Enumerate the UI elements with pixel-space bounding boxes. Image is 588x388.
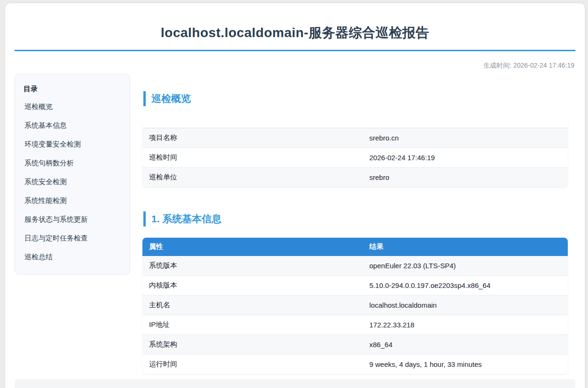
- toc-title: 目录: [24, 81, 121, 98]
- section-heading-system-info: 1. 系统基本信息: [143, 211, 568, 226]
- attribute-cell: 巡检时间: [142, 147, 363, 167]
- column-header: [142, 117, 363, 128]
- section-overview: 巡检概览 项目名称srebro.cn巡检时间2026-02-24 17:46:1…: [142, 91, 568, 187]
- next-section-cutoff-panel: [15, 379, 575, 388]
- toc-list: 巡检概览系统基本信息环境变量安全检测系统句柄数分析系统安全检测系统性能检测服务状…: [24, 98, 121, 267]
- attribute-cell: 系统架构: [142, 334, 363, 354]
- toc-item-8[interactable]: 日志与定时任务检查: [24, 229, 121, 248]
- section-system-info: 1. 系统基本信息 属性结果 系统版本openEuler 22.03 (LTS-…: [142, 211, 568, 374]
- value-cell: srebro: [363, 167, 568, 187]
- page-title: localhost.localdomain-服务器综合巡检报告: [15, 3, 575, 51]
- report-card: localhost.localdomain-服务器综合巡检报告 生成时间: 20…: [5, 3, 585, 388]
- overview-table: 项目名称srebro.cn巡检时间2026-02-24 17:46:19巡检单位…: [142, 117, 568, 187]
- attribute-cell: 项目名称: [142, 128, 363, 147]
- toc-item-7[interactable]: 服务状态与系统更新: [24, 210, 121, 229]
- table-row: 系统架构x86_64: [142, 334, 568, 354]
- table-row: 巡检单位srebro: [142, 167, 568, 187]
- overview-table-wrap: 项目名称srebro.cn巡检时间2026-02-24 17:46:19巡检单位…: [142, 117, 568, 187]
- toc-item-1[interactable]: 巡检概览: [24, 98, 121, 116]
- value-cell: 2026-02-24 17:46:19: [363, 147, 568, 167]
- value-cell: openEuler 22.03 (LTS-SP4): [363, 256, 568, 276]
- system-info-table: 属性结果 系统版本openEuler 22.03 (LTS-SP4)内核版本5.…: [142, 238, 568, 374]
- table-header-row: 属性结果: [142, 238, 568, 256]
- table-row: IP地址172.22.33.218: [142, 315, 568, 334]
- table-row: 系统版本openEuler 22.03 (LTS-SP4): [142, 256, 568, 276]
- table-of-contents: 目录 巡检概览系统基本信息环境变量安全检测系统句柄数分析系统安全检测系统性能检测…: [15, 74, 130, 275]
- value-cell: 172.22.33.218: [363, 315, 568, 334]
- attribute-cell: IP地址: [142, 315, 363, 334]
- attribute-cell: 主机名: [142, 295, 363, 315]
- section-heading-overview: 巡检概览: [143, 91, 568, 106]
- column-header: 属性: [142, 238, 363, 256]
- attribute-cell: 内核版本: [142, 275, 363, 295]
- toc-item-2[interactable]: 系统基本信息: [24, 116, 121, 135]
- value-cell: 5.10.0-294.0.0.197.oe2203sp4.x86_64: [363, 275, 568, 295]
- table-row: 巡检时间2026-02-24 17:46:19: [142, 147, 568, 167]
- toc-item-6[interactable]: 系统性能检测: [24, 192, 121, 210]
- toc-item-9[interactable]: 巡检总结: [24, 248, 121, 267]
- attribute-cell: 运行时间: [142, 354, 363, 374]
- value-cell: localhost.localdomain: [363, 295, 568, 315]
- column-header: 结果: [363, 238, 568, 256]
- attribute-cell: 巡检单位: [142, 167, 363, 187]
- main-content: 巡检概览 项目名称srebro.cn巡检时间2026-02-24 17:46:1…: [142, 74, 575, 374]
- value-cell: 9 weeks, 4 days, 1 hour, 33 minutes: [363, 354, 568, 374]
- system-info-table-wrap: 属性结果 系统版本openEuler 22.03 (LTS-SP4)内核版本5.…: [142, 238, 568, 374]
- value-cell: x86_64: [363, 334, 568, 354]
- table-row: 运行时间9 weeks, 4 days, 1 hour, 33 minutes: [142, 354, 568, 374]
- content-layout: 目录 巡检概览系统基本信息环境变量安全检测系统句柄数分析系统安全检测系统性能检测…: [15, 74, 575, 374]
- table-row: 内核版本5.10.0-294.0.0.197.oe2203sp4.x86_64: [142, 275, 568, 295]
- attribute-cell: 系统版本: [142, 256, 363, 276]
- table-row: 主机名localhost.localdomain: [142, 295, 568, 315]
- table-header-row: [142, 117, 568, 128]
- column-header: [363, 117, 568, 128]
- table-row: 项目名称srebro.cn: [142, 128, 568, 147]
- generated-time: 生成时间: 2026-02-24 17:46:19: [15, 62, 575, 70]
- toc-item-3[interactable]: 环境变量安全检测: [24, 135, 121, 154]
- value-cell: srebro.cn: [363, 128, 568, 147]
- toc-item-4[interactable]: 系统句柄数分析: [24, 154, 121, 173]
- toc-item-5[interactable]: 系统安全检测: [24, 173, 121, 192]
